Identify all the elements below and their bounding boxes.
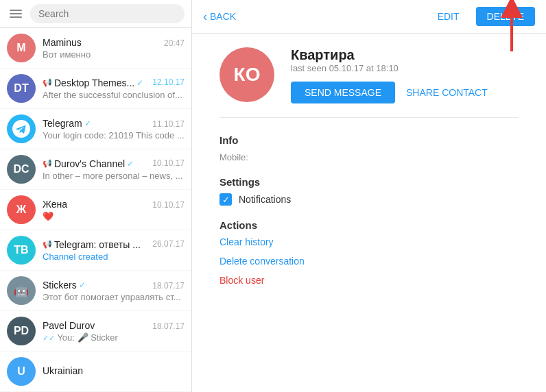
settings-title: Settings bbox=[219, 176, 519, 188]
double-check-icon: ✓✓ bbox=[43, 334, 55, 342]
profile-section: КО Квартира last seen 05.10.17 at 18:10 … bbox=[219, 47, 519, 118]
megaphone-icon: 📢 bbox=[43, 78, 52, 87]
megaphone-icon: 📢 bbox=[43, 159, 52, 168]
right-content: КО Квартира last seen 05.10.17 at 18:10 … bbox=[192, 34, 546, 392]
chat-time: 11.10.17 bbox=[152, 119, 185, 129]
share-contact-button[interactable]: SHARE CONTACT bbox=[406, 82, 488, 103]
list-item[interactable]: 🤖Stickers ✓18.07.17Этот бот помогает упр… bbox=[0, 271, 191, 311]
profile-actions: SEND MESSAGE SHARE CONTACT bbox=[291, 82, 488, 103]
back-button[interactable]: ‹ BACK bbox=[203, 10, 236, 24]
chat-time: 26.07.17 bbox=[152, 239, 185, 249]
verified-icon: ✓ bbox=[84, 119, 91, 128]
mobile-row: Mobile: bbox=[219, 151, 519, 162]
avatar bbox=[7, 114, 36, 143]
profile-initials: КО bbox=[234, 64, 261, 86]
profile-details: Квартира last seen 05.10.17 at 18:10 SEN… bbox=[291, 47, 488, 103]
info-section: Info Mobile: bbox=[219, 134, 519, 162]
list-item[interactable]: ТВ📢 Telegram: ответы ...26.07.17Channel … bbox=[0, 230, 191, 271]
left-panel: MMaminus20:47Вот именноDT📢 Desktop Theme… bbox=[0, 0, 192, 392]
chat-time: 10.10.17 bbox=[152, 158, 185, 168]
list-item[interactable]: DT📢 Desktop Themes... ✓12.10.17After the… bbox=[0, 69, 191, 109]
chat-list: MMaminus20:47Вот именноDT📢 Desktop Theme… bbox=[0, 28, 191, 392]
search-input[interactable] bbox=[30, 4, 185, 23]
chat-time: 18.07.17 bbox=[152, 321, 185, 331]
actions-title: Actions bbox=[219, 219, 519, 231]
list-item[interactable]: Telegram ✓11.10.17Your login code: 21019… bbox=[0, 109, 191, 149]
checkmark-icon: ✓ bbox=[222, 195, 230, 205]
chat-preview: Your login code: 21019 This code ... bbox=[43, 130, 185, 140]
block-user-link[interactable]: Block user bbox=[219, 275, 519, 286]
chat-preview: After the successful conclusion of... bbox=[43, 90, 185, 100]
chat-info: Maminus20:47Вот именно bbox=[43, 37, 185, 60]
chat-name: 📢 Durov's Channel ✓ bbox=[43, 158, 134, 169]
avatar: DT bbox=[7, 74, 36, 103]
chat-time: 20:47 bbox=[164, 38, 185, 48]
notifications-checkbox[interactable]: ✓ bbox=[219, 193, 232, 206]
edit-button[interactable]: EDIT bbox=[438, 11, 460, 22]
avatar: DC bbox=[7, 155, 36, 184]
notifications-label: Notifications bbox=[239, 194, 291, 205]
chat-preview: Этот бот помогает управлять ст... bbox=[43, 292, 185, 302]
avatar: U bbox=[7, 357, 36, 386]
profile-avatar: КО bbox=[219, 47, 274, 102]
chat-time: 18.07.17 bbox=[152, 281, 185, 291]
avatar: Ж bbox=[7, 195, 36, 224]
chat-info: 📢 Desktop Themes... ✓12.10.17After the s… bbox=[43, 77, 185, 100]
megaphone-icon: 📢 bbox=[43, 240, 52, 249]
chat-name: Stickers ✓ bbox=[43, 280, 86, 291]
chat-info: 📢 Durov's Channel ✓10.10.17In other – mo… bbox=[43, 158, 185, 181]
chat-preview: ✓✓ You: 🎤 Sticker bbox=[43, 332, 185, 343]
chat-info: Stickers ✓18.07.17Этот бот помогает упра… bbox=[43, 280, 185, 302]
list-item[interactable]: DC📢 Durov's Channel ✓10.10.17In other – … bbox=[0, 149, 191, 190]
chat-preview: Вот именно bbox=[43, 49, 185, 60]
info-title: Info bbox=[219, 134, 519, 146]
chat-info: Pavel Durov18.07.17✓✓ You: 🎤 Sticker bbox=[43, 320, 185, 343]
chat-time: 12.10.17 bbox=[152, 77, 185, 87]
left-header bbox=[0, 0, 191, 28]
chat-name: Maminus bbox=[43, 37, 82, 48]
verified-icon: ✓ bbox=[127, 159, 134, 169]
verified-icon: ✓ bbox=[79, 280, 86, 290]
chat-name: Жена bbox=[43, 199, 67, 210]
send-message-button[interactable]: SEND MESSAGE bbox=[291, 82, 395, 103]
chat-preview: In other – more personal – news, ... bbox=[43, 171, 185, 181]
chat-time: 10.10.17 bbox=[152, 200, 185, 210]
back-label: BACK bbox=[210, 11, 236, 22]
chat-info: 📢 Telegram: ответы ...26.07.17Channel cr… bbox=[43, 239, 185, 262]
chat-preview: ❤️ bbox=[43, 211, 185, 221]
right-panel: ‹ BACK EDIT DELETE КО Квартира last seen… bbox=[192, 0, 546, 392]
chat-name: Ukrainian bbox=[43, 365, 83, 376]
chat-name: 📢 Telegram: ответы ... bbox=[43, 239, 141, 250]
list-item[interactable]: UUkrainian bbox=[0, 352, 191, 392]
hamburger-menu[interactable] bbox=[7, 7, 25, 21]
delete-button[interactable]: DELETE bbox=[476, 7, 535, 26]
list-item[interactable]: PDPavel Durov18.07.17✓✓ You: 🎤 Sticker bbox=[0, 311, 191, 352]
avatar: PD bbox=[7, 317, 36, 345]
chat-preview: Channel created bbox=[43, 252, 185, 262]
chat-name: 📢 Desktop Themes... ✓ bbox=[43, 77, 143, 88]
clear-history-link[interactable]: Clear history bbox=[219, 236, 519, 247]
list-item[interactable]: ЖЖена10.10.17❤️ bbox=[0, 190, 191, 230]
chat-info: Жена10.10.17❤️ bbox=[43, 199, 185, 221]
chat-name: Telegram ✓ bbox=[43, 118, 91, 129]
chat-info: Ukrainian bbox=[43, 365, 185, 378]
verified-icon: ✓ bbox=[136, 78, 143, 88]
actions-section: Actions Clear history Delete conversatio… bbox=[219, 219, 519, 286]
delete-conversation-link[interactable]: Delete conversation bbox=[219, 256, 519, 267]
list-item[interactable]: MMaminus20:47Вот именно bbox=[0, 28, 191, 69]
notifications-row: ✓ Notifications bbox=[219, 193, 519, 206]
mobile-label: Mobile: bbox=[219, 152, 248, 162]
avatar: ТВ bbox=[7, 236, 36, 265]
back-arrow-icon: ‹ bbox=[203, 10, 207, 24]
settings-section: Settings ✓ Notifications bbox=[219, 176, 519, 206]
right-header: ‹ BACK EDIT DELETE bbox=[192, 0, 546, 34]
chat-name: Pavel Durov bbox=[43, 320, 95, 331]
profile-status: last seen 05.10.17 at 18:10 bbox=[291, 63, 488, 73]
avatar: M bbox=[7, 34, 36, 62]
avatar: 🤖 bbox=[7, 276, 36, 305]
profile-name: Квартира bbox=[291, 47, 488, 63]
chat-info: Telegram ✓11.10.17Your login code: 21019… bbox=[43, 118, 185, 140]
